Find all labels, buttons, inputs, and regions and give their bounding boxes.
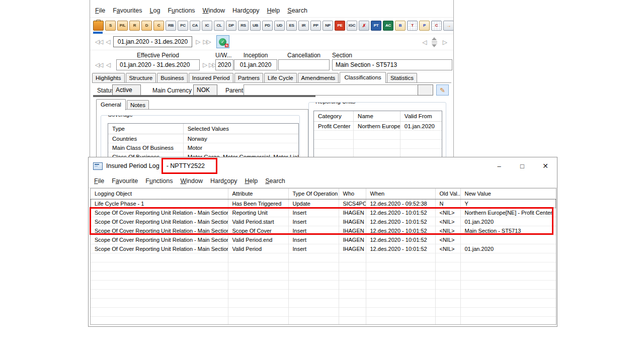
table-row[interactable]: Life Cycle Phase - 1Has Been TriggeredUp… bbox=[91, 199, 556, 208]
column-header-type-of-operation[interactable]: Type Of Operation bbox=[288, 189, 339, 199]
first-period-button[interactable]: ◁◁ bbox=[95, 38, 102, 45]
menu-item-hardcopy[interactable]: Hardcopy bbox=[232, 7, 260, 14]
status-field[interactable]: Active bbox=[112, 84, 141, 96]
main-currency-field[interactable]: NOK bbox=[193, 84, 217, 96]
column-header-selected-values[interactable]: Selected Values bbox=[183, 124, 298, 134]
table-row[interactable]: Scope Of Cover Reporting Unit Relation -… bbox=[91, 235, 556, 244]
period-range-field[interactable]: 01.jan.2020 - 31.des.2020 bbox=[113, 36, 192, 47]
toolbar-ud[interactable]: UD bbox=[274, 21, 285, 31]
menu-item-favourites[interactable]: Favourites bbox=[113, 7, 142, 14]
table-row[interactable]: Scope Of Cover Reporting Unit Relation -… bbox=[91, 208, 556, 217]
toolbar-igc[interactable]: IGC bbox=[347, 21, 357, 31]
prev-effective-button[interactable]: ◁ bbox=[106, 61, 110, 68]
column-header-attribute[interactable]: Attribute bbox=[228, 189, 288, 199]
menu-item-file[interactable]: File bbox=[95, 7, 105, 14]
menu-item-file[interactable]: File bbox=[94, 177, 104, 185]
first-effective-button[interactable]: ◁◁ bbox=[95, 61, 102, 68]
prev-period-button[interactable]: ◁ bbox=[106, 38, 109, 45]
column-header-when[interactable]: When bbox=[366, 189, 435, 199]
approved-toggle-button[interactable]: ✓ N bbox=[216, 35, 229, 48]
menu-item-favourite[interactable]: Favourite bbox=[112, 177, 138, 185]
table-row[interactable]: Scope Of Cover Reporting Unit Relation -… bbox=[91, 244, 556, 253]
grid-t-icon[interactable]: T bbox=[407, 21, 418, 31]
empty-row[interactable] bbox=[91, 281, 556, 290]
empty-row[interactable] bbox=[91, 317, 556, 325]
toolbar-rs[interactable]: RS bbox=[238, 21, 249, 31]
toolbar-ca[interactable]: CA bbox=[190, 21, 200, 31]
column-header-name[interactable]: Name bbox=[354, 111, 400, 122]
empty-row[interactable] bbox=[91, 290, 556, 299]
column-header-old-val[interactable]: Old Val... bbox=[435, 189, 460, 199]
table-row[interactable]: Scope Of Cover Reporting Unit Relation -… bbox=[91, 217, 556, 226]
empty-row[interactable] bbox=[91, 262, 556, 272]
tab-life-cycle[interactable]: Life Cycle bbox=[264, 73, 297, 82]
tab-insured-period[interactable]: Insured Period bbox=[189, 73, 233, 82]
toolbar-ic[interactable]: IC bbox=[202, 21, 212, 31]
empty-row[interactable] bbox=[314, 140, 442, 149]
toolbar-pd[interactable]: PD bbox=[262, 21, 273, 31]
next-period-button[interactable]: ▷ bbox=[196, 38, 199, 45]
menu-item-window[interactable]: Window bbox=[203, 7, 225, 14]
empty-row[interactable] bbox=[91, 299, 556, 308]
tab-notes[interactable]: Notes bbox=[127, 100, 149, 110]
maximize-button[interactable]: □ bbox=[511, 157, 534, 174]
tab-structure[interactable]: Structure bbox=[126, 73, 156, 82]
empty-row[interactable] bbox=[91, 308, 556, 317]
empty-row[interactable] bbox=[314, 149, 442, 158]
menu-item-window[interactable]: Window bbox=[180, 177, 202, 185]
tab-highlights[interactable]: Highlights bbox=[92, 73, 125, 82]
toolbar-pl[interactable]: P/L bbox=[117, 21, 128, 31]
grid-c-icon[interactable]: C bbox=[431, 21, 442, 31]
column-header-who[interactable]: Who bbox=[339, 189, 366, 199]
splitter-bar[interactable] bbox=[93, 95, 315, 97]
tab-business[interactable]: Business bbox=[157, 73, 188, 82]
parent-lookup-button[interactable] bbox=[418, 84, 433, 96]
toolbar-es[interactable]: ES bbox=[286, 21, 297, 31]
toolbox-icon[interactable] bbox=[93, 21, 104, 31]
empty-row[interactable] bbox=[91, 272, 556, 281]
menu-item-hardcopy[interactable]: Hardcopy bbox=[210, 177, 237, 185]
tab-amendments[interactable]: Amendments bbox=[298, 73, 339, 82]
tab-partners[interactable]: Partners bbox=[234, 73, 263, 82]
menu-item-help[interactable]: Help bbox=[267, 7, 280, 14]
toolbar-ac[interactable]: AC bbox=[383, 21, 393, 31]
tab-general[interactable]: General bbox=[96, 99, 126, 110]
menu-item-search[interactable]: Search bbox=[265, 177, 285, 185]
last-period-button[interactable]: ▷▷ bbox=[203, 38, 210, 45]
toolbar-np[interactable]: NP bbox=[323, 21, 333, 31]
toolbar-cl[interactable]: CL bbox=[214, 21, 224, 31]
column-header-category[interactable]: Category bbox=[314, 111, 354, 122]
next-effective-button[interactable]: ▷ bbox=[203, 61, 206, 68]
column-header-logging-object[interactable]: Logging Object bbox=[91, 189, 228, 199]
table-row[interactable]: Profit CenterNorthern Europe01.jan.2020 bbox=[314, 122, 442, 131]
section-field[interactable]: Main Section - ST5713 bbox=[332, 59, 452, 70]
pencil-edit-button[interactable]: ✎ bbox=[436, 84, 449, 96]
parent-field[interactable] bbox=[244, 84, 418, 96]
toolbar-pc[interactable]: PC bbox=[178, 21, 188, 31]
uw-year-field[interactable]: 2020 bbox=[215, 59, 233, 70]
up-down-spinner[interactable] bbox=[432, 37, 437, 47]
menu-item-functions[interactable]: Functions bbox=[168, 7, 195, 14]
menu-item-functions[interactable]: Functions bbox=[145, 177, 173, 185]
toolbar-rb[interactable]: RB bbox=[166, 21, 176, 31]
toolbar-pt[interactable]: PT bbox=[371, 21, 381, 31]
table-row[interactable]: Main Class Of BusinessMotor bbox=[108, 143, 298, 152]
book-b-icon[interactable]: B bbox=[395, 21, 406, 31]
toolbar-pp[interactable]: PP bbox=[310, 21, 321, 31]
toolbar-r[interactable]: R bbox=[129, 21, 140, 31]
close-button[interactable]: ✕ bbox=[534, 157, 557, 174]
toolbar-ir[interactable]: IR bbox=[298, 21, 309, 31]
tab-classifications[interactable]: Classifications bbox=[340, 72, 386, 83]
menu-item-log[interactable]: Log bbox=[150, 7, 160, 14]
toolbar-ub[interactable]: UB bbox=[250, 21, 261, 31]
column-header-type[interactable]: Type bbox=[108, 124, 183, 134]
toolbar-s[interactable]: S bbox=[105, 21, 116, 31]
spin-right-button[interactable]: ▷ bbox=[443, 39, 446, 46]
monitor-x-icon[interactable]: ✗ bbox=[359, 21, 369, 31]
minimize-button[interactable]: – bbox=[488, 157, 511, 174]
table-row[interactable]: Scope Of Cover Reporting Unit Relation -… bbox=[91, 226, 556, 235]
list-arrow-icon[interactable]: → bbox=[443, 21, 454, 31]
toolbar-dp[interactable]: DP bbox=[226, 21, 236, 31]
column-header-valid-from[interactable]: Valid From bbox=[400, 111, 442, 122]
spin-left-button[interactable]: ◁ bbox=[423, 39, 426, 46]
